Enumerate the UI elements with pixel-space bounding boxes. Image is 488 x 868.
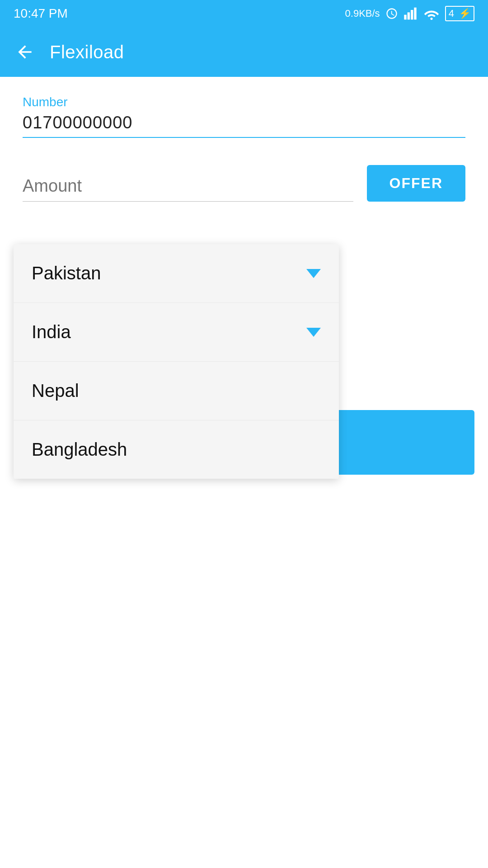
offer-button[interactable]: OFFER xyxy=(367,165,465,202)
svg-rect-2 xyxy=(411,10,413,19)
clock-icon xyxy=(385,7,398,20)
dropdown-item-pakistan[interactable]: Pakistan xyxy=(14,244,339,303)
wifi-icon xyxy=(423,7,440,20)
battery-indicator: 4 ⚡ xyxy=(445,6,474,21)
dropdown-item-label-nepal: Nepal xyxy=(32,381,79,401)
number-label: Number xyxy=(23,95,465,109)
network-speed: 0.9KB/s xyxy=(345,8,380,19)
svg-rect-1 xyxy=(407,12,409,19)
amount-row: OFFER xyxy=(23,165,465,202)
back-button[interactable] xyxy=(14,41,36,63)
country-dropdown[interactable]: Pakistan India Nepal Bangladesh xyxy=(14,244,339,479)
chevron-down-icon-pakistan xyxy=(306,269,321,278)
app-bar-title: Flexiload xyxy=(50,42,124,62)
dropdown-item-bangladesh[interactable]: Bangladesh xyxy=(14,420,339,479)
main-content: Number OFFER xyxy=(0,77,488,202)
back-arrow-icon xyxy=(15,42,35,62)
dropdown-item-india[interactable]: India xyxy=(14,303,339,362)
dropdown-item-label-bangladesh: Bangladesh xyxy=(32,439,127,460)
status-time: 10:47 PM xyxy=(14,6,68,21)
dropdown-item-label-pakistan: Pakistan xyxy=(32,263,101,283)
svg-rect-3 xyxy=(414,8,416,20)
svg-point-4 xyxy=(430,18,432,20)
dropdown-item-nepal[interactable]: Nepal xyxy=(14,362,339,420)
number-field-container: Number xyxy=(23,95,465,138)
app-bar: Flexiload xyxy=(0,27,488,77)
dropdown-item-label-india: India xyxy=(32,322,71,342)
status-bar: 10:47 PM 0.9KB/s 4 ⚡ xyxy=(0,0,488,27)
svg-rect-0 xyxy=(404,15,406,20)
status-icons: 0.9KB/s 4 ⚡ xyxy=(345,6,474,21)
battery-bolt: ⚡ xyxy=(459,8,471,19)
chevron-down-icon-india xyxy=(306,328,321,337)
signal-icon xyxy=(404,7,418,20)
number-input[interactable] xyxy=(23,113,465,138)
amount-input[interactable] xyxy=(23,176,353,202)
